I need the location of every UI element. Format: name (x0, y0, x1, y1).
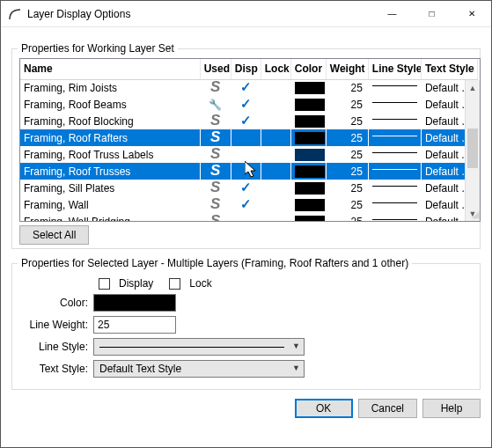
cell-disp[interactable] (231, 146, 261, 163)
col-textstyle[interactable]: Text Style (421, 59, 477, 79)
line-style-dropdown[interactable]: ▼ (93, 338, 305, 356)
cell-weight: 25 (326, 196, 368, 213)
cell-disp[interactable]: ✓ (231, 79, 261, 96)
chevron-down-icon: ▼ (292, 364, 300, 372)
display-label: Display (119, 277, 153, 290)
cell-disp[interactable]: ✓ (231, 113, 261, 129)
cell-color[interactable] (290, 163, 326, 180)
ok-button[interactable]: OK (295, 399, 353, 418)
table-row[interactable]: Framing, WallS✓25Default Te... (20, 196, 478, 213)
col-lock[interactable]: Lock (261, 59, 290, 79)
line-style-label: Line Style: (19, 341, 88, 353)
cell-used[interactable]: S (200, 163, 231, 180)
cell-lock[interactable] (261, 213, 290, 222)
col-name[interactable]: Name (20, 59, 200, 79)
cancel-button[interactable]: Cancel (358, 399, 417, 418)
lock-checkbox[interactable] (169, 278, 180, 290)
cell-color[interactable] (290, 96, 326, 113)
cell-disp[interactable]: ✓ (231, 196, 261, 213)
cell-linestyle[interactable] (368, 129, 421, 146)
cell-used[interactable]: S (200, 79, 231, 96)
table-row[interactable]: Framing, Rim JoistsS✓25Default Te... (20, 79, 478, 96)
cell-lock[interactable] (261, 146, 290, 163)
close-button[interactable]: ✕ (452, 1, 491, 27)
used-glyph: S (210, 146, 220, 162)
titlebar: Layer Display Options — □ ✕ (1, 1, 491, 27)
text-style-dropdown[interactable]: Default Text Style ▼ (93, 360, 305, 378)
header-row[interactable]: Name Used Disp Lock Color Weight Line St… (20, 59, 478, 79)
cell-disp[interactable] (231, 213, 261, 222)
cell-lock[interactable] (261, 113, 290, 129)
color-input[interactable] (93, 294, 176, 312)
check-icon: ✓ (240, 113, 252, 128)
scroll-thumb[interactable] (467, 129, 478, 168)
cell-used[interactable]: S (200, 213, 231, 222)
cell-used[interactable]: S (200, 113, 231, 129)
cell-color[interactable] (290, 79, 326, 96)
cell-color[interactable] (290, 213, 326, 222)
cell-linestyle[interactable] (368, 196, 421, 213)
cell-name: Framing, Roof Blocking (20, 113, 200, 129)
cell-lock[interactable] (261, 129, 290, 146)
line-weight-input[interactable] (93, 316, 176, 334)
cell-lock[interactable] (261, 163, 290, 180)
cell-lock[interactable] (261, 196, 290, 213)
selected-layer-group: Properties for Selected Layer - Multiple… (11, 263, 481, 390)
col-used[interactable]: Used (200, 59, 231, 79)
table-row[interactable]: Framing, Roof Beams🔧✓25Default Te... (20, 96, 478, 113)
minimize-button[interactable]: — (372, 1, 412, 27)
col-disp[interactable]: Disp (231, 59, 261, 79)
check-icon: ✓ (240, 196, 252, 211)
cell-linestyle[interactable] (368, 96, 421, 113)
cell-color[interactable] (290, 113, 326, 129)
table-row[interactable]: Framing, Roof BlockingS✓25Default Te... (20, 113, 478, 129)
display-checkbox[interactable] (99, 278, 110, 290)
cell-linestyle[interactable] (368, 213, 421, 222)
app-icon (8, 7, 22, 21)
cell-linestyle[interactable] (368, 180, 421, 196)
cell-linestyle[interactable] (368, 113, 421, 129)
select-all-button[interactable]: Select All (19, 225, 89, 245)
cell-linestyle[interactable] (368, 146, 421, 163)
table-row[interactable]: Framing, Roof TrussesS25Default Te... (20, 163, 478, 180)
help-button[interactable]: Help (422, 399, 481, 418)
table-row[interactable]: Framing, Roof Truss LabelsS25Default ... (20, 146, 478, 163)
cell-used[interactable]: S (200, 196, 231, 213)
cell-color[interactable] (290, 180, 326, 196)
cell-lock[interactable] (261, 79, 290, 96)
col-color[interactable]: Color (290, 59, 326, 79)
col-linestyle[interactable]: Line Style (368, 59, 421, 79)
cell-disp[interactable]: ✓ (231, 96, 261, 113)
resize-grip-icon[interactable]: ◢ (472, 209, 479, 220)
line-style-preview (99, 347, 284, 348)
cell-lock[interactable] (261, 180, 290, 196)
cell-weight: 25 (326, 96, 368, 113)
cell-used[interactable]: S (200, 180, 231, 196)
cell-color[interactable] (290, 129, 326, 146)
cell-lock[interactable] (261, 96, 290, 113)
check-icon: ✓ (240, 96, 252, 111)
cell-used[interactable]: 🔧 (200, 96, 231, 113)
scroll-up-icon[interactable]: ▲ (466, 80, 480, 95)
cell-disp[interactable] (231, 129, 261, 146)
vertical-scrollbar[interactable]: ▲ ▼ (465, 80, 480, 221)
cell-color[interactable] (290, 196, 326, 213)
wrench-icon: 🔧 (209, 99, 222, 111)
maximize-button[interactable]: □ (412, 1, 452, 27)
table-row[interactable]: Framing, Sill PlatesS✓25Default Te... (20, 180, 478, 196)
cell-name: Framing, Sill Plates (20, 180, 200, 196)
text-style-value: Default Text Style (99, 363, 181, 375)
table-row[interactable]: Framing, Roof RaftersS25Default Te... (20, 129, 478, 146)
cell-weight: 25 (326, 180, 368, 196)
cell-linestyle[interactable] (368, 79, 421, 96)
cell-used[interactable]: S (200, 146, 231, 163)
table-row[interactable]: Framing, Wall BridgingS25Default Te... (20, 213, 478, 222)
layer-table[interactable]: Name Used Disp Lock Color Weight Line St… (19, 58, 481, 222)
cell-disp[interactable]: ✓ (231, 180, 261, 196)
cell-linestyle[interactable] (368, 163, 421, 180)
used-glyph: S (210, 163, 220, 179)
cell-color[interactable] (290, 146, 326, 163)
cell-used[interactable]: S (200, 129, 231, 146)
col-weight[interactable]: Weight (326, 59, 368, 79)
cell-disp[interactable] (231, 163, 261, 180)
